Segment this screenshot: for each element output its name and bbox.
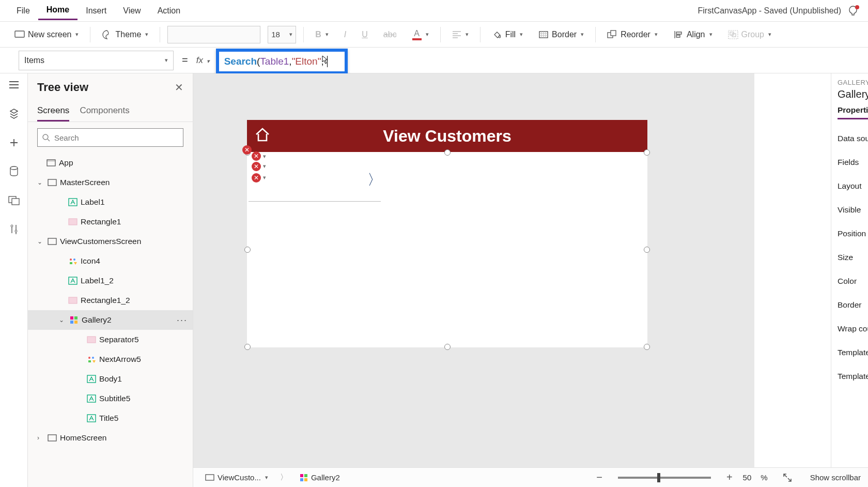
- selection-handle[interactable]: [644, 344, 650, 350]
- insert-icon[interactable]: [7, 135, 21, 150]
- formula-input[interactable]: Search(Table1, "Elton",: [216, 49, 348, 74]
- zoom-slider[interactable]: [618, 477, 711, 479]
- align-button[interactable]: Align ▾: [669, 26, 717, 43]
- tree-item[interactable]: ⌄Gallery2···: [28, 310, 193, 330]
- zoom-out-button[interactable]: −: [593, 471, 606, 483]
- tree-item[interactable]: Separator5: [28, 330, 193, 349]
- chevron-icon[interactable]: ⌄: [59, 316, 66, 324]
- property-row[interactable]: Data source: [838, 127, 868, 150]
- tree-item-label: Gallery2: [82, 315, 112, 325]
- zoom-in-button[interactable]: +: [723, 471, 736, 483]
- tree-item[interactable]: Title5: [28, 408, 193, 428]
- selection-handle[interactable]: [444, 149, 451, 156]
- property-row[interactable]: Position: [838, 222, 868, 246]
- selection-handle[interactable]: [644, 149, 650, 156]
- menu-action[interactable]: Action: [149, 2, 189, 20]
- svg-point-8: [10, 166, 18, 170]
- tree-search[interactable]: [37, 128, 183, 147]
- fx-icon[interactable]: fx ▾: [196, 55, 210, 66]
- font-color-button[interactable]: A ▾: [408, 26, 433, 43]
- menu-home[interactable]: Home: [38, 1, 78, 20]
- selection-handle[interactable]: [444, 344, 451, 350]
- property-row[interactable]: Layout: [838, 174, 868, 198]
- error-badge-icon[interactable]: ✕: [252, 173, 261, 182]
- strikethrough-button[interactable]: abc: [379, 27, 401, 42]
- tab-properties[interactable]: Properties: [838, 105, 868, 119]
- property-row[interactable]: Wrap count: [838, 317, 868, 341]
- zoom-thumb[interactable]: [657, 473, 660, 482]
- selection-handle[interactable]: [244, 344, 251, 350]
- tab-components[interactable]: Components: [80, 101, 129, 121]
- ribbon: New screen ▾ Theme ▾ 18 ▾ B▾ I U abc A ▾…: [0, 22, 868, 48]
- breadcrumb-control[interactable]: Gallery2: [295, 470, 345, 484]
- tree-item[interactable]: Body1: [28, 369, 193, 389]
- property-row[interactable]: Color: [838, 269, 868, 293]
- svg-rect-37: [206, 475, 214, 480]
- tree-item[interactable]: App: [28, 153, 193, 173]
- property-row[interactable]: Border: [838, 293, 868, 317]
- tree-item[interactable]: Rectangle1: [28, 212, 193, 232]
- underline-button[interactable]: U: [358, 27, 372, 42]
- tree-item[interactable]: NextArrow5: [28, 349, 193, 369]
- chevron-down-icon[interactable]: ▾: [263, 153, 266, 160]
- more-icon[interactable]: ···: [177, 315, 188, 326]
- tree-item[interactable]: Icon4: [28, 251, 193, 271]
- font-name-dropdown[interactable]: [167, 26, 260, 43]
- data-icon[interactable]: [7, 164, 21, 179]
- bold-button[interactable]: B▾: [311, 27, 333, 42]
- svg-rect-36: [48, 435, 56, 441]
- advanced-tools-icon[interactable]: [7, 222, 21, 237]
- chevron-down-icon[interactable]: ▾: [263, 163, 266, 170]
- chevron-icon[interactable]: ⌄: [37, 238, 44, 245]
- property-row[interactable]: Visible: [838, 198, 868, 222]
- tree-view-icon[interactable]: [7, 106, 21, 121]
- fit-to-window-icon[interactable]: [782, 473, 793, 483]
- home-icon[interactable]: [253, 125, 272, 144]
- tree-item[interactable]: ⌄ViewCustomersScreen: [28, 232, 193, 251]
- chevron-icon[interactable]: ›: [37, 434, 44, 442]
- property-row[interactable]: Fields: [838, 150, 868, 174]
- property-row[interactable]: Template size: [838, 341, 868, 364]
- error-badge-icon[interactable]: ✕: [252, 151, 261, 161]
- chevron-icon[interactable]: ⌄: [37, 179, 44, 186]
- text-align-button[interactable]: ▾: [448, 28, 473, 41]
- reorder-button[interactable]: Reorder ▾: [603, 26, 662, 43]
- tree-item[interactable]: ›HomeScreen: [28, 428, 193, 448]
- app-checker-icon[interactable]: [847, 5, 860, 17]
- selection-handle[interactable]: [644, 247, 650, 253]
- canvas-area[interactable]: View Customers ✕ ✕ ✕ ✕ ▾ ▾ ▾ 〉: [193, 73, 754, 467]
- close-icon[interactable]: ✕: [175, 81, 183, 94]
- property-row[interactable]: Size: [838, 246, 868, 269]
- theme-button[interactable]: Theme ▾: [98, 26, 152, 43]
- tree-item[interactable]: Subtitle5: [28, 389, 193, 408]
- tree-search-input[interactable]: [54, 133, 179, 142]
- next-arrow-icon[interactable]: 〉: [367, 170, 382, 190]
- tab-screens[interactable]: Screens: [37, 101, 69, 121]
- menu-view[interactable]: View: [115, 2, 149, 20]
- italic-button[interactable]: I: [340, 27, 350, 42]
- error-badge-icon[interactable]: ✕: [252, 162, 261, 171]
- menu-file[interactable]: File: [8, 2, 38, 20]
- border-button[interactable]: Border ▾: [534, 26, 588, 43]
- gallery-selection[interactable]: ✕ ✕ ✕ ✕ ▾ ▾ ▾ 〉: [247, 152, 647, 347]
- fill-button[interactable]: Fill ▾: [488, 26, 527, 43]
- media-icon[interactable]: [7, 193, 21, 208]
- chevron-down-icon[interactable]: ▾: [263, 174, 266, 181]
- new-screen-button[interactable]: New screen ▾: [10, 26, 83, 43]
- tree-item[interactable]: Label1: [28, 192, 193, 212]
- screen-icon: [14, 29, 25, 40]
- tree-item[interactable]: Rectangle1_2: [28, 291, 193, 310]
- svg-rect-15: [47, 160, 55, 162]
- group-button[interactable]: Group ▾: [724, 26, 776, 43]
- tree-item[interactable]: ⌄MasterScreen: [28, 173, 193, 192]
- hamburger-icon[interactable]: [7, 78, 21, 92]
- breadcrumb-screen[interactable]: ViewCusto... ▾: [200, 470, 273, 484]
- app-canvas[interactable]: View Customers ✕ ✕ ✕ ✕ ▾ ▾ ▾ 〉: [247, 120, 647, 347]
- property-row[interactable]: Template padding: [838, 364, 868, 388]
- font-size-dropdown[interactable]: 18 ▾: [268, 26, 296, 43]
- selection-handle[interactable]: [244, 247, 251, 253]
- error-badge-icon[interactable]: ✕: [242, 145, 252, 155]
- property-selector[interactable]: Items ▾: [19, 51, 174, 70]
- menu-insert[interactable]: Insert: [78, 2, 115, 20]
- tree-item[interactable]: Label1_2: [28, 271, 193, 291]
